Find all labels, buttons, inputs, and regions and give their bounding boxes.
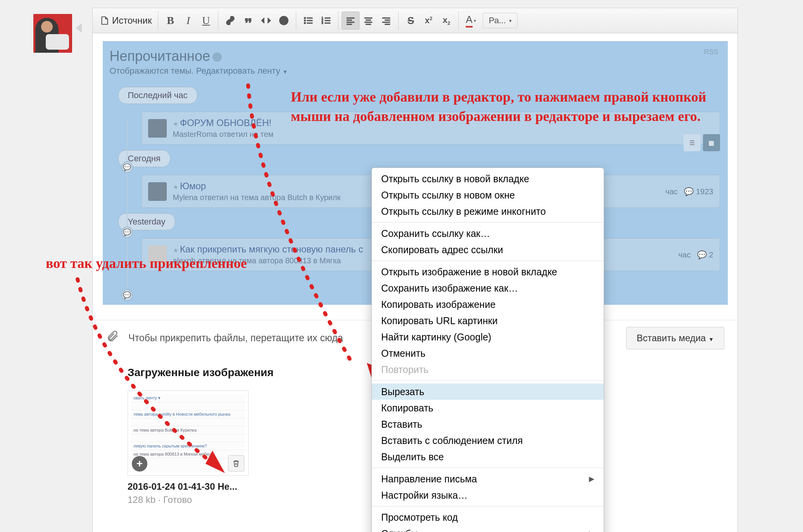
- svg-rect-19: [365, 17, 373, 18]
- context-menu-item[interactable]: Отменить: [372, 345, 604, 361]
- quote-button[interactable]: [239, 12, 257, 29]
- check-badge-icon: [212, 52, 222, 62]
- source-button[interactable]: Источник: [97, 12, 155, 29]
- link-button[interactable]: [221, 12, 239, 29]
- context-menu-item[interactable]: Копировать URL картинки: [372, 313, 604, 329]
- editor-toolbar: Источник B I U 123 S x2 x2 A▾ Ра...▾: [93, 8, 737, 33]
- insert-media-label: Вставить медиа: [637, 333, 706, 343]
- svg-rect-10: [325, 17, 330, 18]
- source-label: Источник: [112, 15, 152, 26]
- context-menu-item[interactable]: Просмотреть код: [372, 509, 604, 525]
- post3-title: Как прикрепить мягкую стеновую панель с: [180, 244, 363, 254]
- insert-media-button[interactable]: Вставить медиа ▼: [626, 327, 724, 349]
- text-color-button[interactable]: A▾: [462, 12, 480, 29]
- code-button[interactable]: [257, 12, 275, 29]
- post3-replies: 2: [709, 250, 713, 259]
- context-menu-item[interactable]: Вставить с соблюдением стиля: [372, 432, 604, 449]
- svg-rect-15: [347, 17, 355, 18]
- thumbnail-meta: 128 kb · Готово: [128, 494, 249, 505]
- svg-rect-4: [307, 17, 313, 18]
- emoji-button[interactable]: [275, 12, 293, 29]
- delete-thumbnail-button[interactable]: [228, 455, 244, 472]
- post2-time: час: [665, 187, 678, 196]
- paperclip-icon: [106, 330, 119, 346]
- svg-point-2: [285, 19, 286, 20]
- add-thumbnail-button[interactable]: +: [132, 456, 147, 472]
- svg-text:3: 3: [322, 21, 324, 25]
- context-menu-item: Повторить: [372, 361, 604, 378]
- bullet-list-button[interactable]: [299, 12, 317, 29]
- svg-point-5: [304, 20, 306, 21]
- annotation-left: вот так удалить прикрепленное: [46, 254, 247, 273]
- context-menu-item[interactable]: Скопировать адрес ссылки: [372, 242, 604, 258]
- context-menu-item[interactable]: Открыть ссылку в новом окне: [372, 187, 604, 203]
- time-pill-hour: Последний час: [118, 87, 197, 104]
- align-right-button[interactable]: [377, 12, 395, 29]
- context-menu-item[interactable]: Вырезать: [372, 383, 604, 400]
- svg-rect-14: [325, 22, 330, 23]
- context-menu-item[interactable]: Копировать: [372, 400, 604, 416]
- subscript-button[interactable]: x2: [437, 12, 455, 29]
- post2-replies: 1923: [696, 187, 713, 196]
- context-menu-item[interactable]: Вставить: [372, 416, 604, 432]
- context-menu-item[interactable]: Направление письма▶: [372, 471, 604, 487]
- post3-time: час: [679, 250, 691, 259]
- context-menu-item[interactable]: Сохранить изображение как…: [372, 280, 604, 296]
- svg-rect-18: [347, 24, 352, 25]
- bold-button[interactable]: B: [161, 12, 179, 29]
- context-menu-item[interactable]: Сохранить ссылку как…: [372, 225, 604, 242]
- font-size-value: Ра...: [489, 16, 506, 26]
- svg-point-1: [282, 19, 283, 20]
- font-size-dropdown[interactable]: Ра...▾: [483, 13, 518, 28]
- context-menu-item[interactable]: Копировать изображение: [372, 296, 604, 313]
- context-menu-item[interactable]: Открыть ссылку в режиме инкогнито: [372, 203, 604, 219]
- timeline-dot-icon: 💬: [121, 226, 133, 238]
- svg-rect-16: [347, 20, 352, 21]
- svg-rect-12: [325, 20, 330, 21]
- forum-title: Непрочитанное: [110, 48, 211, 64]
- upload-thumbnail[interactable]: овать ленту ▾ тема автора rumlity в Ново…: [128, 390, 249, 505]
- annotation-right: Или если уже добавили в редактор, то наж…: [291, 87, 725, 126]
- timeline-dot-icon: 💬: [121, 161, 133, 173]
- svg-rect-26: [385, 24, 390, 25]
- post1-sub: MasterRoma ответил на тем: [173, 130, 713, 139]
- forum-subtitle-a: Отображаются темы.: [110, 66, 194, 76]
- svg-rect-17: [347, 22, 355, 22]
- context-menu-item[interactable]: Службы▶: [372, 525, 604, 532]
- user-avatar[interactable]: [33, 14, 72, 53]
- svg-rect-20: [366, 20, 371, 21]
- context-menu-item[interactable]: Выделить все: [372, 449, 604, 465]
- attach-text: Чтобы прикрепить файлы, перетащите их сю…: [128, 332, 343, 344]
- post2-title: Юмор: [180, 181, 206, 191]
- rss-indicator: RSS: [704, 48, 718, 56]
- superscript-button[interactable]: x2: [420, 12, 437, 29]
- svg-rect-21: [365, 22, 373, 22]
- number-list-button[interactable]: 123: [317, 12, 335, 29]
- svg-rect-23: [383, 17, 390, 18]
- svg-rect-25: [383, 22, 390, 22]
- context-menu-item[interactable]: Найти картинку (Google): [372, 329, 604, 345]
- svg-rect-8: [307, 22, 313, 23]
- avatar-pointer: [76, 23, 82, 33]
- svg-rect-24: [385, 20, 390, 21]
- svg-rect-22: [366, 24, 371, 25]
- align-center-button[interactable]: [359, 12, 377, 29]
- context-menu: Открыть ссылку в новой вкладкеОткрыть сс…: [371, 168, 604, 532]
- edit-feed-link: Редактировать ленту: [196, 66, 280, 76]
- context-menu-item[interactable]: Открыть изображение в новой вкладке: [372, 264, 604, 280]
- timeline-dot-icon: 💬: [121, 289, 133, 301]
- context-menu-item[interactable]: Открыть ссылку в новой вкладке: [372, 171, 604, 187]
- strike-button[interactable]: S: [402, 12, 420, 29]
- svg-point-7: [304, 22, 306, 24]
- view-grid-icon: ▦: [703, 134, 720, 151]
- view-list-icon: ☰: [684, 134, 701, 151]
- align-left-button[interactable]: [342, 12, 359, 29]
- thumbnail-filename: 2016-01-24 01-41-30 Не...: [128, 481, 249, 492]
- svg-point-3: [304, 17, 306, 19]
- svg-rect-6: [307, 20, 313, 21]
- svg-point-0: [280, 16, 288, 25]
- post1-title: ФОРУМ ОБНОВЛЁН!: [180, 117, 271, 128]
- underline-button[interactable]: U: [197, 12, 215, 29]
- context-menu-item[interactable]: Настройки языка…: [372, 487, 604, 503]
- italic-button[interactable]: I: [179, 12, 197, 29]
